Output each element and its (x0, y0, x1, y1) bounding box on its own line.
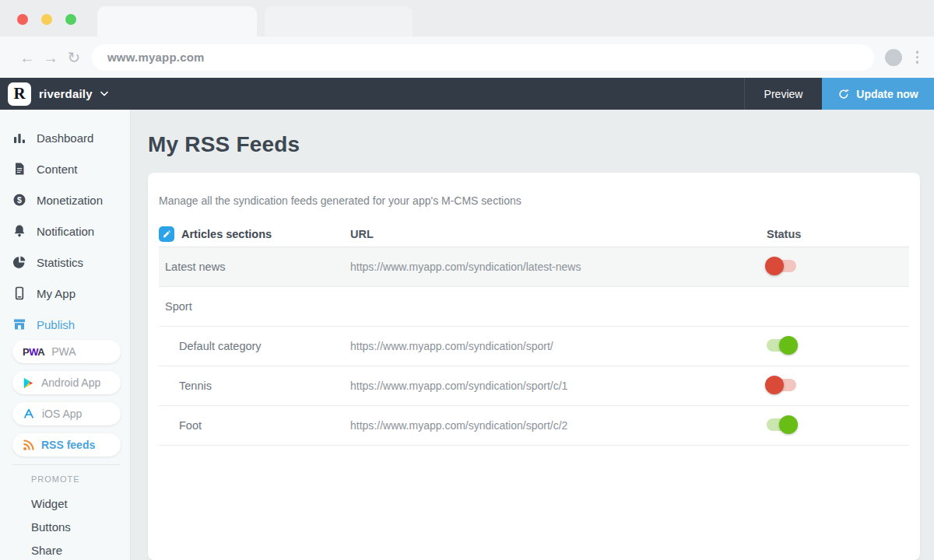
brand-logo: R (8, 82, 31, 106)
preview-label: Preview (764, 88, 803, 100)
dollar-circle-icon: $ (12, 193, 26, 207)
feed-url: https://www.myapp.com/syndication/sport/ (350, 340, 553, 352)
status-toggle[interactable] (767, 260, 796, 272)
app-store-icon (23, 408, 35, 420)
browser-tab-active[interactable] (97, 6, 257, 37)
divider (12, 464, 121, 465)
feed-url: https://www.myapp.com/syndication/latest… (350, 261, 581, 273)
pill-label: RSS feeds (41, 439, 95, 451)
sidebar-item-content[interactable]: Content (0, 153, 130, 184)
pie-chart-icon (12, 255, 26, 269)
sidebar-item-publish[interactable]: Publish (0, 309, 130, 340)
sidebar-item-label: Publish (37, 318, 75, 331)
pwa-logo: PWA (23, 346, 44, 358)
table-row: Default category https://www.myapp.com/s… (159, 327, 909, 366)
avatar[interactable] (885, 49, 902, 66)
feed-name: Latest news (159, 261, 225, 273)
edit-sections-button[interactable] (159, 226, 174, 242)
rss-icon (23, 439, 34, 451)
feed-name: Tennis (159, 380, 212, 392)
sidebar-item-label: Monetization (37, 194, 103, 207)
sidebar-item-label: My App (37, 287, 75, 300)
table-row: Latest news https://www.myapp.com/syndic… (159, 247, 909, 287)
sidebar-item-buttons[interactable]: Buttons (0, 515, 130, 538)
page-title: My RSS Feeds (148, 131, 920, 159)
column-header-url: URL (350, 228, 374, 240)
sidebar-item-rss-feeds[interactable]: RSS feeds (12, 433, 121, 457)
storefront-icon (12, 317, 26, 331)
sidebar-item-my-app[interactable]: My App (0, 278, 130, 309)
card-description: Manage all the syndication feeds generat… (159, 194, 909, 207)
sidebar-item-monetization[interactable]: $ Monetization (0, 184, 130, 215)
column-header-status: Status (767, 228, 801, 240)
sidebar: Dashboard Content $ Monetization (0, 110, 131, 560)
table-row: Tennis https://www.myapp.com/syndication… (159, 366, 909, 406)
brand-name: riverdaily (39, 87, 93, 100)
preview-button[interactable]: Preview (744, 78, 822, 110)
sidebar-item-notification[interactable]: Notification (0, 215, 130, 247)
back-button[interactable]: ← (16, 50, 39, 65)
smartphone-icon (12, 286, 26, 300)
forward-button[interactable]: → (39, 50, 62, 65)
feed-name: Foot (159, 419, 202, 432)
sidebar-item-label: Content (37, 163, 78, 176)
screen: ← → ↻ www.myapp.com R riverdaily Preview… (0, 0, 934, 560)
sidebar-item-label: Statistics (37, 256, 83, 269)
sidebar-item-ios-app[interactable]: iOS App (12, 402, 121, 425)
minimize-window-button[interactable] (41, 14, 52, 25)
google-play-icon (23, 377, 34, 389)
pill-label: Android App (41, 376, 100, 389)
url-text: www.myapp.com (107, 51, 205, 64)
sidebar-item-share[interactable]: Share (0, 538, 130, 560)
sidebar-item-statistics[interactable]: Statistics (0, 247, 130, 278)
browser-menu-button[interactable] (913, 47, 922, 67)
table-row-group: Sport (159, 287, 909, 327)
document-icon (12, 162, 26, 176)
reload-button[interactable]: ↻ (62, 50, 86, 65)
brand-switcher[interactable]: R riverdaily (0, 82, 108, 106)
sidebar-item-label: Dashboard (37, 131, 93, 145)
main-content: My RSS Feeds Manage all the syndication … (131, 110, 934, 560)
sidebar-item-widget[interactable]: Widget (0, 492, 130, 515)
column-header-sections: Articles sections (181, 228, 272, 240)
maximize-window-button[interactable] (65, 14, 76, 25)
window-controls (17, 14, 76, 25)
sidebar-item-dashboard[interactable]: Dashboard (0, 122, 130, 153)
status-toggle[interactable] (767, 339, 796, 352)
address-bar[interactable]: www.myapp.com (92, 44, 874, 71)
bell-icon (12, 224, 26, 238)
pill-label: iOS App (42, 408, 82, 420)
close-window-button[interactable] (17, 14, 28, 25)
browser-tab-inactive[interactable] (265, 6, 413, 37)
pencil-icon (162, 229, 171, 239)
pill-label: PWA (51, 345, 75, 358)
sidebar-item-pwa[interactable]: PWA PWA (12, 340, 121, 363)
sidebar-item-label: Notification (37, 225, 94, 238)
bar-chart-icon (12, 131, 26, 145)
table-row: Foot https://www.myapp.com/syndication/s… (159, 406, 909, 446)
sidebar-item-android-app[interactable]: Android App (12, 371, 121, 394)
refresh-icon (837, 88, 850, 100)
section-name: Sport (159, 300, 192, 313)
browser-tabstrip (0, 0, 934, 37)
update-now-button[interactable]: Update now (822, 78, 934, 110)
status-toggle[interactable] (767, 379, 796, 391)
feed-url: https://www.myapp.com/syndication/sport/… (350, 419, 567, 432)
svg-text:$: $ (17, 195, 22, 205)
chevron-down-icon (100, 91, 108, 96)
app-header: R riverdaily Preview Update now (0, 78, 934, 110)
status-toggle[interactable] (767, 418, 796, 431)
update-now-label: Update now (856, 88, 918, 100)
feed-url: https://www.myapp.com/syndication/sport/… (350, 380, 567, 392)
promote-heading: PROMOTE (0, 474, 130, 484)
browser-toolbar: ← → ↻ www.myapp.com (0, 37, 934, 78)
feed-name: Default category (159, 340, 262, 352)
rss-feeds-card: Manage all the syndication feeds generat… (148, 173, 920, 560)
table-header: Articles sections URL Status (159, 221, 909, 247)
